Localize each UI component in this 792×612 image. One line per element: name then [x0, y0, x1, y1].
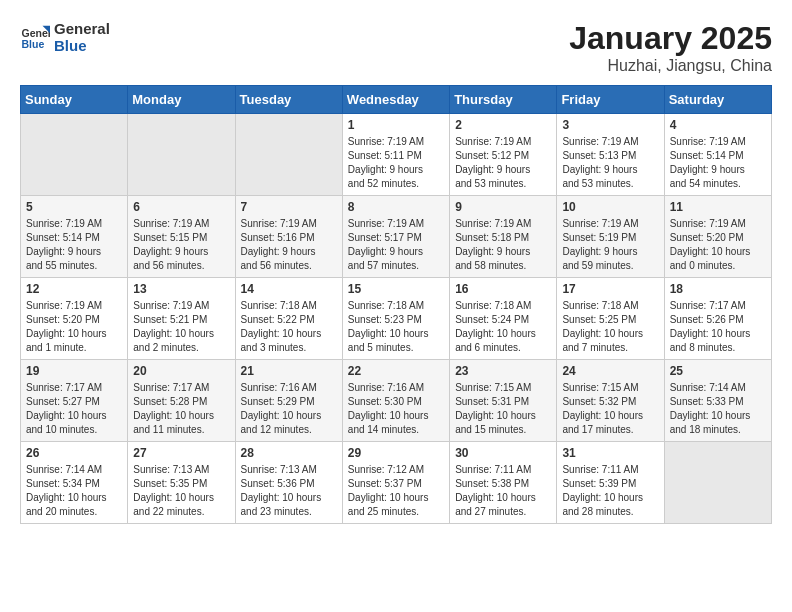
- calendar-week-row: 26Sunrise: 7:14 AM Sunset: 5:34 PM Dayli…: [21, 442, 772, 524]
- calendar-day-cell: 27Sunrise: 7:13 AM Sunset: 5:35 PM Dayli…: [128, 442, 235, 524]
- day-number: 7: [241, 200, 337, 214]
- day-info: Sunrise: 7:19 AM Sunset: 5:19 PM Dayligh…: [562, 217, 658, 273]
- calendar-day-cell: 9Sunrise: 7:19 AM Sunset: 5:18 PM Daylig…: [450, 196, 557, 278]
- day-info: Sunrise: 7:17 AM Sunset: 5:26 PM Dayligh…: [670, 299, 766, 355]
- day-info: Sunrise: 7:18 AM Sunset: 5:24 PM Dayligh…: [455, 299, 551, 355]
- day-number: 2: [455, 118, 551, 132]
- calendar-day-cell: 24Sunrise: 7:15 AM Sunset: 5:32 PM Dayli…: [557, 360, 664, 442]
- day-info: Sunrise: 7:19 AM Sunset: 5:16 PM Dayligh…: [241, 217, 337, 273]
- day-number: 23: [455, 364, 551, 378]
- calendar-day-cell: [235, 114, 342, 196]
- calendar-day-cell: 16Sunrise: 7:18 AM Sunset: 5:24 PM Dayli…: [450, 278, 557, 360]
- calendar-day-cell: 29Sunrise: 7:12 AM Sunset: 5:37 PM Dayli…: [342, 442, 449, 524]
- day-number: 24: [562, 364, 658, 378]
- calendar-day-cell: 8Sunrise: 7:19 AM Sunset: 5:17 PM Daylig…: [342, 196, 449, 278]
- calendar-day-cell: 30Sunrise: 7:11 AM Sunset: 5:38 PM Dayli…: [450, 442, 557, 524]
- day-number: 15: [348, 282, 444, 296]
- day-info: Sunrise: 7:11 AM Sunset: 5:38 PM Dayligh…: [455, 463, 551, 519]
- calendar-day-cell: 23Sunrise: 7:15 AM Sunset: 5:31 PM Dayli…: [450, 360, 557, 442]
- day-info: Sunrise: 7:14 AM Sunset: 5:33 PM Dayligh…: [670, 381, 766, 437]
- calendar-week-row: 5Sunrise: 7:19 AM Sunset: 5:14 PM Daylig…: [21, 196, 772, 278]
- calendar-day-cell: 7Sunrise: 7:19 AM Sunset: 5:16 PM Daylig…: [235, 196, 342, 278]
- day-of-week-header: Saturday: [664, 86, 771, 114]
- day-number: 14: [241, 282, 337, 296]
- title-block: January 2025 Huzhai, Jiangsu, China: [569, 20, 772, 75]
- day-info: Sunrise: 7:19 AM Sunset: 5:15 PM Dayligh…: [133, 217, 229, 273]
- calendar-header-row: SundayMondayTuesdayWednesdayThursdayFrid…: [21, 86, 772, 114]
- calendar-day-cell: 25Sunrise: 7:14 AM Sunset: 5:33 PM Dayli…: [664, 360, 771, 442]
- day-info: Sunrise: 7:19 AM Sunset: 5:20 PM Dayligh…: [670, 217, 766, 273]
- calendar-day-cell: 14Sunrise: 7:18 AM Sunset: 5:22 PM Dayli…: [235, 278, 342, 360]
- day-number: 25: [670, 364, 766, 378]
- day-info: Sunrise: 7:19 AM Sunset: 5:18 PM Dayligh…: [455, 217, 551, 273]
- calendar-day-cell: 19Sunrise: 7:17 AM Sunset: 5:27 PM Dayli…: [21, 360, 128, 442]
- day-number: 29: [348, 446, 444, 460]
- calendar-day-cell: 11Sunrise: 7:19 AM Sunset: 5:20 PM Dayli…: [664, 196, 771, 278]
- calendar-day-cell: 2Sunrise: 7:19 AM Sunset: 5:12 PM Daylig…: [450, 114, 557, 196]
- calendar-week-row: 19Sunrise: 7:17 AM Sunset: 5:27 PM Dayli…: [21, 360, 772, 442]
- day-number: 12: [26, 282, 122, 296]
- calendar-day-cell: 17Sunrise: 7:18 AM Sunset: 5:25 PM Dayli…: [557, 278, 664, 360]
- calendar-day-cell: 22Sunrise: 7:16 AM Sunset: 5:30 PM Dayli…: [342, 360, 449, 442]
- day-number: 9: [455, 200, 551, 214]
- calendar-day-cell: 5Sunrise: 7:19 AM Sunset: 5:14 PM Daylig…: [21, 196, 128, 278]
- day-number: 21: [241, 364, 337, 378]
- calendar-title: January 2025: [569, 20, 772, 57]
- day-number: 17: [562, 282, 658, 296]
- day-number: 1: [348, 118, 444, 132]
- calendar-day-cell: [128, 114, 235, 196]
- calendar-day-cell: [21, 114, 128, 196]
- day-info: Sunrise: 7:15 AM Sunset: 5:31 PM Dayligh…: [455, 381, 551, 437]
- calendar-day-cell: 28Sunrise: 7:13 AM Sunset: 5:36 PM Dayli…: [235, 442, 342, 524]
- day-number: 30: [455, 446, 551, 460]
- calendar-day-cell: 1Sunrise: 7:19 AM Sunset: 5:11 PM Daylig…: [342, 114, 449, 196]
- day-number: 19: [26, 364, 122, 378]
- page-header: General Blue General Blue January 2025 H…: [20, 20, 772, 75]
- day-info: Sunrise: 7:16 AM Sunset: 5:30 PM Dayligh…: [348, 381, 444, 437]
- day-info: Sunrise: 7:19 AM Sunset: 5:20 PM Dayligh…: [26, 299, 122, 355]
- day-info: Sunrise: 7:17 AM Sunset: 5:27 PM Dayligh…: [26, 381, 122, 437]
- day-number: 3: [562, 118, 658, 132]
- day-info: Sunrise: 7:16 AM Sunset: 5:29 PM Dayligh…: [241, 381, 337, 437]
- calendar-day-cell: 3Sunrise: 7:19 AM Sunset: 5:13 PM Daylig…: [557, 114, 664, 196]
- day-of-week-header: Monday: [128, 86, 235, 114]
- calendar-week-row: 12Sunrise: 7:19 AM Sunset: 5:20 PM Dayli…: [21, 278, 772, 360]
- calendar-day-cell: 6Sunrise: 7:19 AM Sunset: 5:15 PM Daylig…: [128, 196, 235, 278]
- calendar-day-cell: 31Sunrise: 7:11 AM Sunset: 5:39 PM Dayli…: [557, 442, 664, 524]
- day-info: Sunrise: 7:19 AM Sunset: 5:11 PM Dayligh…: [348, 135, 444, 191]
- logo-icon: General Blue: [20, 22, 50, 52]
- day-number: 18: [670, 282, 766, 296]
- day-info: Sunrise: 7:11 AM Sunset: 5:39 PM Dayligh…: [562, 463, 658, 519]
- calendar-day-cell: 10Sunrise: 7:19 AM Sunset: 5:19 PM Dayli…: [557, 196, 664, 278]
- calendar-table: SundayMondayTuesdayWednesdayThursdayFrid…: [20, 85, 772, 524]
- day-number: 27: [133, 446, 229, 460]
- day-number: 13: [133, 282, 229, 296]
- day-info: Sunrise: 7:15 AM Sunset: 5:32 PM Dayligh…: [562, 381, 658, 437]
- day-number: 26: [26, 446, 122, 460]
- day-number: 8: [348, 200, 444, 214]
- day-info: Sunrise: 7:19 AM Sunset: 5:14 PM Dayligh…: [26, 217, 122, 273]
- calendar-week-row: 1Sunrise: 7:19 AM Sunset: 5:11 PM Daylig…: [21, 114, 772, 196]
- calendar-day-cell: 26Sunrise: 7:14 AM Sunset: 5:34 PM Dayli…: [21, 442, 128, 524]
- logo-line1: General: [54, 20, 110, 37]
- day-info: Sunrise: 7:17 AM Sunset: 5:28 PM Dayligh…: [133, 381, 229, 437]
- day-of-week-header: Tuesday: [235, 86, 342, 114]
- day-info: Sunrise: 7:13 AM Sunset: 5:36 PM Dayligh…: [241, 463, 337, 519]
- day-info: Sunrise: 7:18 AM Sunset: 5:22 PM Dayligh…: [241, 299, 337, 355]
- day-of-week-header: Wednesday: [342, 86, 449, 114]
- day-number: 31: [562, 446, 658, 460]
- day-of-week-header: Friday: [557, 86, 664, 114]
- day-info: Sunrise: 7:19 AM Sunset: 5:21 PM Dayligh…: [133, 299, 229, 355]
- day-of-week-header: Thursday: [450, 86, 557, 114]
- calendar-day-cell: 20Sunrise: 7:17 AM Sunset: 5:28 PM Dayli…: [128, 360, 235, 442]
- day-of-week-header: Sunday: [21, 86, 128, 114]
- day-info: Sunrise: 7:19 AM Sunset: 5:12 PM Dayligh…: [455, 135, 551, 191]
- calendar-day-cell: 21Sunrise: 7:16 AM Sunset: 5:29 PM Dayli…: [235, 360, 342, 442]
- day-info: Sunrise: 7:12 AM Sunset: 5:37 PM Dayligh…: [348, 463, 444, 519]
- calendar-day-cell: 12Sunrise: 7:19 AM Sunset: 5:20 PM Dayli…: [21, 278, 128, 360]
- calendar-day-cell: [664, 442, 771, 524]
- svg-text:Blue: Blue: [22, 38, 45, 50]
- day-info: Sunrise: 7:14 AM Sunset: 5:34 PM Dayligh…: [26, 463, 122, 519]
- day-number: 5: [26, 200, 122, 214]
- day-number: 10: [562, 200, 658, 214]
